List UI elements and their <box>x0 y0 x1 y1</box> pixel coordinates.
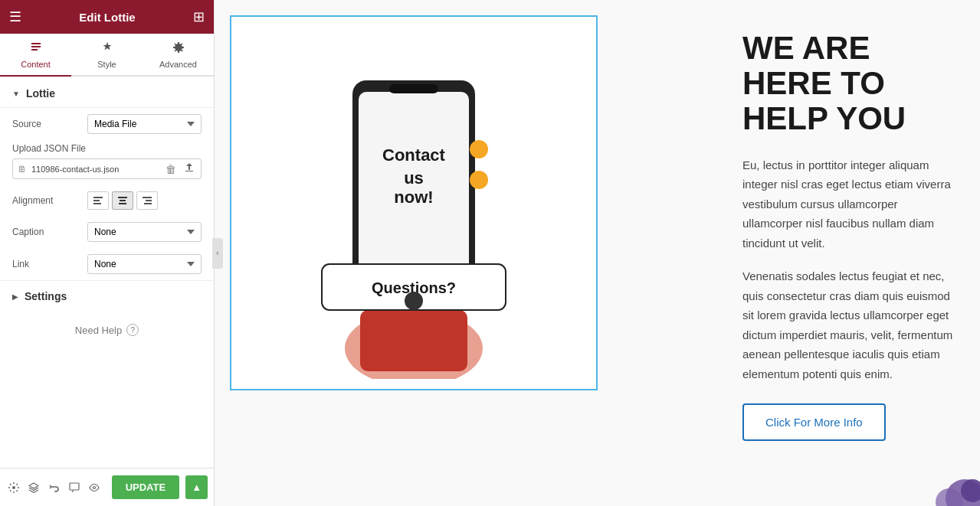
tab-advanced-label: Advanced <box>159 60 197 69</box>
svg-point-24 <box>470 140 488 158</box>
canvas-area: Contact us now! Questions? <box>215 0 719 406</box>
svg-point-28 <box>405 292 423 310</box>
file-name: 110986-contact-us.json <box>31 165 159 174</box>
upload-file-button[interactable] <box>182 162 196 175</box>
tab-content-label: Content <box>21 60 51 69</box>
tab-advanced[interactable]: Advanced <box>143 34 214 75</box>
source-select-wrapper: Media File External URL <box>87 114 202 134</box>
svg-rect-10 <box>146 200 152 201</box>
tab-bar: Content Style Advanced <box>0 34 214 77</box>
grid-icon[interactable]: ⊞ <box>193 8 205 25</box>
svg-rect-0 <box>31 43 41 44</box>
tab-content[interactable]: Content <box>0 34 71 77</box>
style-tab-icon <box>101 41 113 57</box>
svg-point-12 <box>12 486 15 489</box>
right-panel: Contact us now! Questions? WE ARE HERE T… <box>215 0 980 506</box>
align-center-button[interactable] <box>112 191 133 210</box>
svg-point-25 <box>470 171 488 189</box>
svg-rect-8 <box>119 203 126 204</box>
svg-rect-4 <box>93 200 100 201</box>
bottom-bar: UPDATE ▲ <box>0 468 214 506</box>
help-icon-text: ? <box>130 326 135 335</box>
panel-collapse-handle[interactable]: ‹ <box>212 238 223 269</box>
top-bar-title: Edit Lottie <box>79 11 135 24</box>
update-button[interactable]: UPDATE <box>112 475 179 499</box>
lottie-collapse-arrow: ▼ <box>12 90 20 98</box>
svg-rect-17 <box>360 310 467 371</box>
right-heading: WE ARE HERE TO HELP YOU <box>742 31 957 137</box>
align-left-button[interactable] <box>87 191 109 210</box>
svg-rect-5 <box>93 203 101 204</box>
lottie-preview[interactable]: Contact us now! Questions? <box>230 15 598 390</box>
phone-illustration: Contact us now! Questions? <box>268 27 559 379</box>
upload-row: Upload JSON File 🗎 110986-contact-us.jso… <box>0 140 214 185</box>
advanced-tab-icon <box>172 41 185 57</box>
layers-bottom-icon[interactable] <box>26 477 41 498</box>
svg-rect-13 <box>70 483 79 490</box>
svg-rect-9 <box>143 197 152 198</box>
undo-bottom-icon[interactable] <box>47 477 62 498</box>
settings-bottom-icon[interactable] <box>6 477 21 498</box>
link-select-wrapper: None Custom URL Media File <box>87 254 202 274</box>
svg-rect-1 <box>31 46 41 47</box>
source-label: Source <box>12 119 81 129</box>
help-icon[interactable]: ? <box>126 324 139 336</box>
lottie-section-label: Lottie <box>26 87 55 100</box>
alignment-row: Alignment <box>0 185 214 216</box>
caption-row: Caption None Below Above <box>0 216 214 248</box>
top-bar: ☰ Edit Lottie ⊞ <box>0 0 214 34</box>
link-select[interactable]: None Custom URL Media File <box>87 254 202 274</box>
alignment-label: Alignment <box>12 195 81 206</box>
link-label: Link <box>12 259 81 269</box>
left-panel: ☰ Edit Lottie ⊞ Content Style Advanced <box>0 0 215 506</box>
upload-field: 🗎 110986-contact-us.json 🗑 <box>12 158 202 179</box>
flower-decoration <box>919 460 980 506</box>
source-select[interactable]: Media File External URL <box>87 114 202 134</box>
svg-rect-2 <box>31 49 38 51</box>
align-right-button[interactable] <box>136 191 158 210</box>
svg-rect-6 <box>118 197 127 198</box>
content-tab-icon <box>30 41 42 57</box>
tab-style-label: Style <box>97 60 116 69</box>
align-buttons <box>87 191 202 210</box>
svg-rect-7 <box>120 200 126 201</box>
lottie-section-header[interactable]: ▼ Lottie <box>0 77 214 108</box>
svg-rect-11 <box>144 203 152 204</box>
file-icon: 🗎 <box>18 164 27 175</box>
settings-collapse-arrow: ▶ <box>12 292 18 301</box>
svg-rect-3 <box>93 197 103 198</box>
cta-button[interactable]: Click For More Info <box>742 403 886 441</box>
delete-file-button[interactable]: 🗑 <box>164 163 178 175</box>
settings-section-header[interactable]: ▶ Settings <box>0 280 214 312</box>
eye-bottom-icon[interactable] <box>87 477 102 498</box>
update-arrow-button[interactable]: ▲ <box>185 475 208 499</box>
link-row: Link None Custom URL Media File <box>0 248 214 280</box>
svg-text:us: us <box>404 168 424 188</box>
right-para-1: Eu, lectus in porttitor integer aliquam … <box>742 155 957 253</box>
svg-text:now!: now! <box>394 188 433 207</box>
caption-select[interactable]: None Below Above <box>87 222 202 242</box>
upload-label: Upload JSON File <box>12 143 202 154</box>
caption-select-wrapper: None Below Above <box>87 222 202 242</box>
right-content: WE ARE HERE TO HELP YOU Eu, lectus in po… <box>719 0 980 464</box>
comment-bottom-icon[interactable] <box>67 477 82 498</box>
right-para-2: Venenatis sodales lectus feugiat et nec,… <box>742 266 957 384</box>
need-help-label: Need Help <box>75 325 122 336</box>
source-row: Source Media File External URL <box>0 108 214 140</box>
svg-rect-20 <box>389 84 438 93</box>
tab-style[interactable]: Style <box>71 34 143 75</box>
svg-text:Contact: Contact <box>382 145 446 165</box>
settings-section-label: Settings <box>25 290 67 302</box>
need-help-row: Need Help ? <box>0 312 214 348</box>
menu-icon[interactable]: ☰ <box>9 8 21 25</box>
caption-label: Caption <box>12 227 81 237</box>
panel-content: ▼ Lottie Source Media File External URL … <box>0 77 214 468</box>
svg-point-14 <box>93 486 96 488</box>
